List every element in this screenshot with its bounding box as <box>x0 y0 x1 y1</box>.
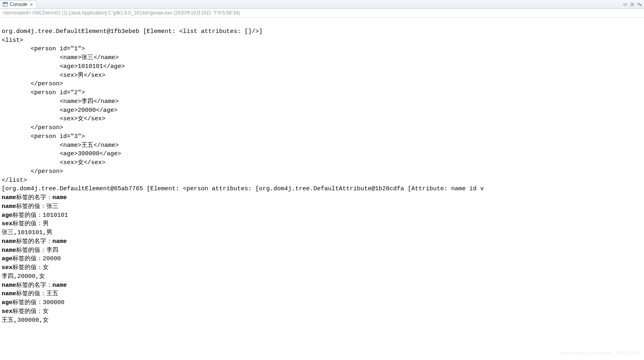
output-line: 张三,1010101,男 <box>2 229 52 236</box>
output-line: <name>张三</name> <box>2 54 119 61</box>
minimize-icon[interactable]: ▭ <box>622 2 628 7</box>
output-line: <sex>女</sex> <box>2 159 106 166</box>
output-line: </person> <box>2 124 63 131</box>
output-line: </person> <box>2 168 63 175</box>
remove-all-icon[interactable] <box>637 2 642 7</box>
output-line: age标签的值：300000 <box>2 299 64 306</box>
output-line: age标签的值：1010101 <box>2 212 68 219</box>
output-line: <name>李四</name> <box>2 98 119 105</box>
output-line: name标签的名字：name <box>2 194 67 201</box>
output-line: age标签的值：20000 <box>2 255 61 262</box>
output-line: <age>300000</age> <box>2 150 121 157</box>
output-line: <list> <box>2 37 23 44</box>
output-line: <age>20000</age> <box>2 107 118 114</box>
output-line: <person id="2"> <box>2 89 85 96</box>
output-line: name标签的名字：name <box>2 238 67 245</box>
svg-rect-1 <box>3 2 8 4</box>
console-output[interactable]: org.dom4j.tree.DefaultElement@1fb3ebeb [… <box>0 18 644 325</box>
tab-label: Console <box>10 2 27 7</box>
console-tab[interactable]: Console ✕ <box>0 0 37 8</box>
console-icon <box>2 2 8 7</box>
output-line: <person id="1"> <box>2 45 85 52</box>
output-line: </list> <box>2 177 27 184</box>
output-line: <age>1010101</age> <box>2 63 125 70</box>
output-line: <person id="3"> <box>2 133 85 140</box>
output-line: name标签的值：张三 <box>2 203 58 210</box>
output-line: <sex>女</sex> <box>2 115 106 122</box>
output-line: 王五,300000,女 <box>2 317 49 324</box>
tab-bar: Console ✕ ▭ <box>0 0 644 9</box>
output-line: name标签的名字：name <box>2 282 67 289</box>
output-line: <name>王五</name> <box>2 142 119 149</box>
output-line: sex标签的值：女 <box>2 308 49 315</box>
output-line: name标签的值：李四 <box>2 247 58 254</box>
output-line: <sex>男</sex> <box>2 72 106 79</box>
output-line: [org.dom4j.tree.DefaultElement@65ab7765 … <box>2 185 484 192</box>
close-tab-icon[interactable]: ✕ <box>30 2 34 6</box>
output-line: 李四,20000,女 <box>2 273 45 280</box>
output-line: </person> <box>2 80 63 87</box>
tab-controls: ▭ <box>622 2 644 7</box>
output-line: name标签的值：王五 <box>2 290 58 297</box>
output-line: sex标签的值：男 <box>2 220 49 227</box>
tab-left: Console ✕ <box>0 0 37 8</box>
remove-launch-icon[interactable] <box>630 2 635 7</box>
status-line: <terminated> XMLDemo01 (1) [Java Applica… <box>0 9 644 18</box>
output-line: sex标签的值：女 <box>2 264 49 271</box>
output-line: org.dom4j.tree.DefaultElement@1fb3ebeb [… <box>2 28 263 35</box>
